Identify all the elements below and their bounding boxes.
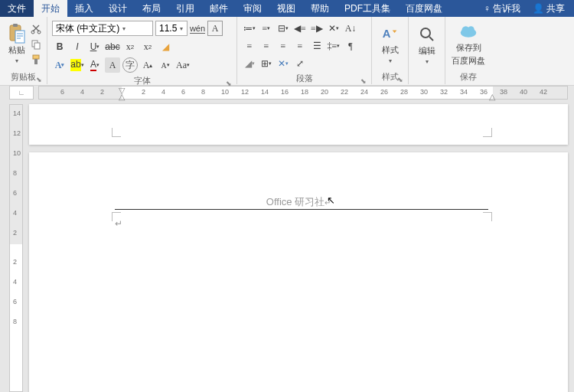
ruler-tick: 2 xyxy=(13,229,17,237)
save-baidu-button[interactable]: 保存到 百度网盘 xyxy=(450,18,487,70)
ruler-tick: 20 xyxy=(321,88,328,96)
justify-button[interactable]: ≡ xyxy=(292,38,308,54)
document-area[interactable]: Office 研习社↵ ↵ ↖ xyxy=(23,100,574,392)
header-text[interactable]: Office 研习社↵ xyxy=(29,195,568,209)
distribute-button[interactable]: ☰ xyxy=(309,38,325,54)
format-painter-button[interactable] xyxy=(30,54,42,66)
ruler-tick: 6 xyxy=(181,88,185,96)
tab-review[interactable]: 审阅 xyxy=(236,0,269,17)
ruler-tick: 16 xyxy=(281,88,289,96)
hanging-indent-icon[interactable]: △ xyxy=(119,92,125,102)
font-name-combo[interactable]: 宋体 (中文正文)▾ xyxy=(52,21,153,36)
paste-icon xyxy=(8,24,26,43)
ruler-tick: 34 xyxy=(460,88,468,96)
tab-design[interactable]: 设计 xyxy=(101,0,135,17)
ruler-tick: 12 xyxy=(13,129,21,137)
grow-font-button[interactable]: A▴ xyxy=(140,57,155,73)
strikethrough-button[interactable]: abc xyxy=(105,39,120,54)
page-prev-bottom xyxy=(29,104,568,145)
share-button[interactable]: 👤共享 xyxy=(528,2,569,15)
cloud-icon xyxy=(459,22,478,41)
tab-help[interactable]: 帮助 xyxy=(303,0,337,17)
ruler-tick: 6 xyxy=(13,189,17,197)
italic-button[interactable]: I xyxy=(70,39,85,54)
underline-button[interactable]: U▾ xyxy=(87,39,103,54)
styles-group-label: 样式 xyxy=(382,72,399,81)
decrease-indent-button[interactable]: ◀≡ xyxy=(292,21,308,36)
multilevel-button[interactable]: ⊟▾ xyxy=(276,21,291,36)
right-indent-icon[interactable]: △ xyxy=(489,92,495,102)
clipboard-launcher[interactable]: ⬊ xyxy=(36,76,42,83)
line-spacing-button[interactable]: ‡≡▾ xyxy=(326,38,341,54)
crop-mark-icon xyxy=(483,128,492,137)
horizontal-ruler[interactable]: ▽ △ △ 6422468101214161820222426283032343… xyxy=(38,86,568,100)
ruler-tick: 2 xyxy=(100,88,104,96)
char-shading-button[interactable]: A xyxy=(105,57,120,73)
paragraph-launcher[interactable]: ⬊ xyxy=(360,77,367,85)
bullets-button[interactable]: ≔▾ xyxy=(242,21,257,36)
share-label: 共享 xyxy=(546,2,565,15)
paste-label: 粘贴 xyxy=(8,44,25,56)
cut-button[interactable] xyxy=(30,23,42,35)
copy-button[interactable] xyxy=(30,38,42,51)
clear-formatting-button[interactable]: ◢ xyxy=(158,39,173,54)
font-color-button[interactable]: A▾ xyxy=(87,57,103,73)
tab-selector[interactable]: ∟ xyxy=(9,86,34,100)
enclose-char-button[interactable]: 字 xyxy=(122,57,138,73)
paste-button[interactable]: 粘贴 ▾ xyxy=(5,18,28,70)
shading-button[interactable]: ◢▾ xyxy=(242,56,257,71)
character-border-button[interactable]: A xyxy=(207,21,223,36)
vertical-ruler[interactable]: 14121086422468 xyxy=(9,104,23,392)
increase-indent-button[interactable]: ≡▶ xyxy=(309,21,325,36)
clipboard-label: 剪贴板 xyxy=(11,72,36,81)
ruler-tick: 36 xyxy=(480,88,488,96)
sort-paragraph-button[interactable]: ⤢ xyxy=(292,56,308,71)
font-name-value: 宋体 (中文正文) xyxy=(56,22,119,35)
font-size-combo[interactable]: 11.5▾ xyxy=(155,21,188,36)
crop-mark-icon xyxy=(112,128,121,137)
tab-home[interactable]: 开始 xyxy=(34,0,67,17)
asian-layout-button[interactable]: ✕▾ xyxy=(276,56,291,71)
show-marks-button[interactable]: ¶ xyxy=(343,38,358,54)
ruler-tick: 24 xyxy=(360,88,368,96)
tab-file[interactable]: 文件 xyxy=(0,0,34,17)
tab-references[interactable]: 引用 xyxy=(168,0,202,17)
align-right-button[interactable]: ≡ xyxy=(276,38,291,54)
tab-pdf[interactable]: PDF工具集 xyxy=(337,0,398,17)
change-case-button[interactable]: Aa▾ xyxy=(175,57,191,73)
shrink-font-button[interactable]: A▾ xyxy=(158,57,173,73)
tab-mailings[interactable]: 邮件 xyxy=(202,0,236,17)
highlight-button[interactable]: ab▾ xyxy=(70,57,85,73)
align-center-button[interactable]: ≡ xyxy=(259,38,274,54)
subscript-button[interactable]: x2 xyxy=(122,39,138,54)
borders-button[interactable]: ⊞▾ xyxy=(259,56,274,71)
bold-button[interactable]: B xyxy=(52,39,67,54)
tab-baidu[interactable]: 百度网盘 xyxy=(398,0,450,17)
ruler-tick: 22 xyxy=(341,88,348,96)
styles-icon: A xyxy=(381,24,400,43)
styles-launcher[interactable]: ⬊ xyxy=(397,76,403,83)
page[interactable]: Office 研习社↵ ↵ ↖ xyxy=(29,152,568,392)
tab-view[interactable]: 视图 xyxy=(269,0,303,17)
editing-label: 编辑 xyxy=(419,45,435,57)
ruler-tick: 2 xyxy=(13,258,17,266)
crop-mark-icon xyxy=(483,212,492,221)
share-icon: 👤 xyxy=(533,3,544,14)
svg-text:A: A xyxy=(382,27,390,39)
ruler-tick: 38 xyxy=(500,88,507,96)
text-effects-button[interactable]: A▾ xyxy=(52,57,67,73)
styles-button[interactable]: A 样式▾ xyxy=(377,18,403,70)
numbering-button[interactable]: ≡▾ xyxy=(259,21,274,36)
sort-button[interactable]: A↓ xyxy=(343,21,358,36)
editing-button[interactable]: 编辑▾ xyxy=(413,18,440,72)
phonetic-guide-button[interactable]: wén xyxy=(190,21,205,36)
chevron-down-icon: ▾ xyxy=(15,57,18,64)
tab-layout[interactable]: 布局 xyxy=(135,0,168,17)
superscript-button[interactable]: x2 xyxy=(140,39,155,54)
ruler-tick: 4 xyxy=(80,88,84,96)
text-direction-button[interactable]: ✕▾ xyxy=(326,21,341,36)
tab-insert[interactable]: 插入 xyxy=(67,0,101,17)
tell-me[interactable]: ♀告诉我 xyxy=(479,2,525,15)
align-left-button[interactable]: ≡ xyxy=(242,38,257,54)
header-border xyxy=(115,209,488,210)
